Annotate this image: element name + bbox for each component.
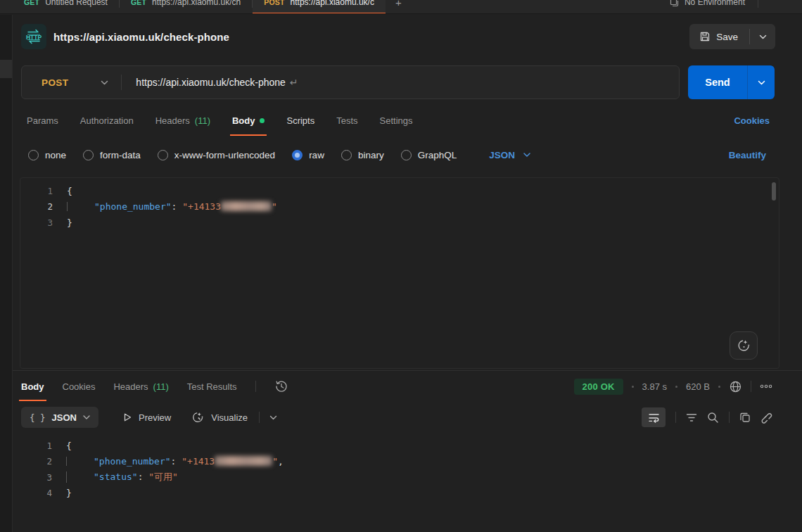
copy-link-button[interactable] [760,412,772,424]
json-key: "phone_number" [94,456,171,467]
radio-graphql[interactable]: GraphQL [401,150,457,160]
globe-icon [729,380,742,393]
save-button[interactable]: Save [689,24,749,49]
chevron-down-icon [101,80,108,85]
radio-label: form-data [100,150,141,160]
tab-authorization[interactable]: Authorization [80,103,134,138]
request-body-editor[interactable]: 1 { 2 "phone_number": "+14133" 3 } [20,177,779,369]
cookies-link[interactable]: Cookies [734,103,770,138]
body-modified-dot [260,118,265,123]
separator [729,412,730,423]
tab-params[interactable]: Params [27,103,58,138]
response-size[interactable]: 620 B [686,381,710,392]
tab-label: Settings [380,115,413,126]
response-body-editor[interactable]: 1 { 2 "phone_number": "+1413", 3 "status… [20,433,779,532]
line-number: 2 [20,456,52,467]
radio-raw[interactable]: raw [292,150,324,160]
json-value: " [272,456,278,467]
environment-label: No Environment [685,0,745,7]
code-token: : [138,471,149,482]
radio-label: binary [358,150,384,160]
filter-button[interactable] [686,413,697,422]
raw-format-dropdown[interactable]: JSON [489,150,530,160]
save-label: Save [716,32,738,42]
tab-label: Test Results [187,381,237,392]
url-input[interactable]: https://api.xiaomu.uk/check-phone↵ [122,77,679,88]
headers-count-badge: (11) [153,381,169,392]
response-format-dropdown[interactable]: { } JSON [21,407,98,428]
indent-guide [66,457,67,466]
chevron-down-icon [523,153,530,157]
braces-icon: { } [30,412,46,423]
view-options-button[interactable] [269,415,277,420]
code-token: , [278,456,284,467]
return-glyph: ↵ [290,77,298,88]
code-line: 3 } [20,215,779,231]
code-token: { [67,186,72,196]
response-more-options-button[interactable] [760,384,772,388]
editor-scrollbar[interactable] [772,182,776,201]
tab-label: Body [21,381,44,392]
request-tab-get-xiaomu[interactable]: GET https://api.xiaomu.uk/ch [120,0,252,14]
meta-separator-dot [675,386,677,388]
response-tab-test-results[interactable]: Test Results [187,371,237,402]
json-value: "可用" [148,471,178,482]
radio-label: x-www-form-urlencoded [174,150,275,160]
json-value: " [272,201,277,212]
tab-headers[interactable]: Headers (11) [155,103,210,138]
beautify-link[interactable]: Beautify [729,150,766,160]
response-time[interactable]: 3.87 s [642,381,667,392]
radio-circle-selected [292,150,303,160]
response-tab-body[interactable]: Body [21,371,44,402]
json-value: "+1413 [182,456,215,467]
send-options-button[interactable] [748,65,775,99]
tab-body[interactable]: Body [232,103,265,138]
radio-form-data[interactable]: form-data [83,150,141,160]
tab-scripts[interactable]: Scripts [286,103,314,138]
tab-tests[interactable]: Tests [336,103,357,138]
line-number: 4 [20,488,52,498]
send-button[interactable]: Send [688,65,747,99]
meta-separator-dot [718,386,720,388]
save-options-button[interactable] [750,24,775,49]
search-button[interactable] [707,412,719,424]
separator [751,381,751,392]
indent-guide [67,202,68,211]
method-label: POST [42,77,68,88]
status-badge[interactable]: 200 OK [574,379,623,395]
chevron-down-icon [83,415,90,419]
line-number: 3 [20,472,52,483]
tab-settings[interactable]: Settings [380,103,413,138]
tab-label: Body [232,115,255,126]
response-toolbar-icons [642,407,772,427]
network-info-button[interactable] [729,380,742,393]
radio-urlencoded[interactable]: x-www-form-urlencoded [158,150,275,160]
response-controls: { } JSON Preview Visualize [13,402,802,433]
response-meta: 200 OK 3.87 s 620 B [574,371,772,402]
filter-icon [686,413,697,422]
separator [675,412,676,423]
environment-selector[interactable]: No Environment [670,0,802,14]
radio-binary[interactable]: binary [341,150,384,160]
chevron-down-icon [758,80,765,85]
copy-button[interactable] [739,412,751,423]
request-tab-untitled[interactable]: GET Untitled Request [13,0,119,14]
response-tab-headers[interactable]: Headers (11) [113,371,168,402]
preview-button[interactable]: Preview [122,412,171,423]
visualize-button[interactable]: Visualize [191,410,248,424]
headers-count-badge: (11) [195,115,210,126]
json-value: "+14133 [182,201,221,212]
radio-none[interactable]: none [28,150,66,160]
method-badge-get: GET [131,0,146,6]
request-tab-active[interactable]: POST https://api.xiaomu.uk/c [253,0,386,14]
new-tab-button[interactable]: + [386,0,412,8]
format-label: JSON [489,150,515,160]
line-number: 1 [20,441,52,451]
response-tab-cookies[interactable]: Cookies [63,371,96,402]
postbot-button[interactable] [730,331,758,360]
sidebar-toggle-handle[interactable] [0,60,12,78]
method-dropdown[interactable]: POST [22,77,121,88]
word-wrap-button[interactable] [642,407,666,427]
code-line: 1 { [20,183,779,199]
response-history-button[interactable] [274,379,288,393]
